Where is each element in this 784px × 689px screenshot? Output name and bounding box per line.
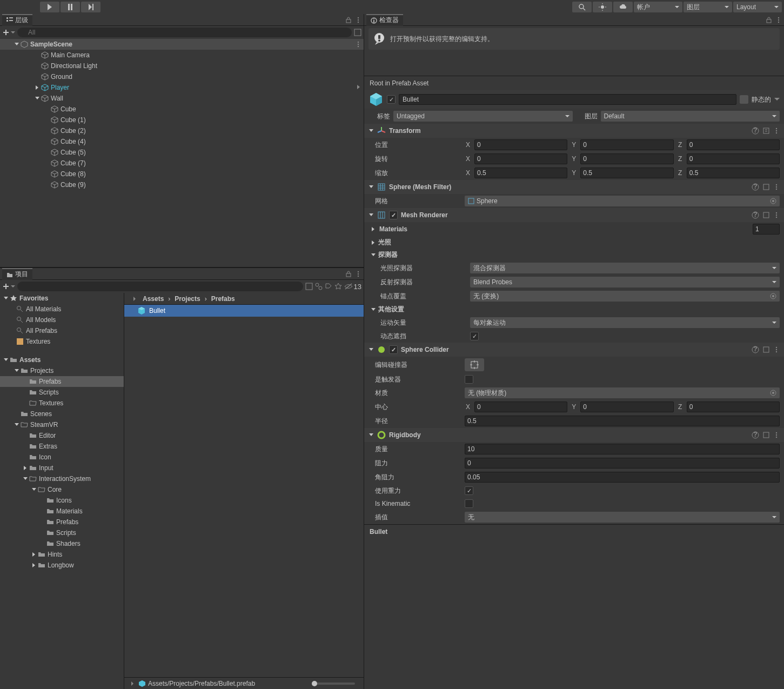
- hierarchy-item[interactable]: Directional Light: [0, 61, 364, 71]
- star-icon[interactable]: [334, 283, 342, 290]
- help-icon[interactable]: ?: [752, 127, 759, 135]
- active-checkbox[interactable]: [387, 95, 396, 104]
- target-icon[interactable]: [770, 390, 776, 396]
- help-icon[interactable]: ?: [752, 183, 759, 191]
- project-tab[interactable]: 项目: [2, 268, 32, 280]
- hierarchy-item[interactable]: Player: [0, 82, 364, 93]
- lock-icon[interactable]: [766, 17, 772, 23]
- project-folder[interactable]: Icons: [0, 495, 124, 506]
- project-folder[interactable]: Scripts: [0, 527, 124, 538]
- transform-component-header[interactable]: Transform ?: [364, 124, 784, 138]
- target-icon[interactable]: [770, 293, 776, 299]
- project-folder[interactable]: Prefabs: [0, 517, 124, 527]
- anchor-field[interactable]: 无 (变换): [470, 291, 780, 302]
- search-button[interactable]: [572, 2, 592, 12]
- static-checkbox[interactable]: [740, 95, 748, 104]
- project-folder[interactable]: Core: [0, 484, 124, 495]
- hierarchy-item[interactable]: Cube (5): [0, 147, 364, 158]
- cloud-button[interactable]: [613, 2, 633, 12]
- menu-icon[interactable]: [773, 346, 780, 353]
- hidden-count[interactable]: 13: [344, 283, 361, 291]
- refl-probe-dropdown[interactable]: Blend Probes: [470, 277, 780, 287]
- filter-icon[interactable]: [354, 29, 361, 36]
- hierarchy-item[interactable]: Wall: [0, 93, 364, 104]
- hierarchy-item[interactable]: Cube: [0, 104, 364, 115]
- hierarchy-item[interactable]: Cube (9): [0, 179, 364, 190]
- kinematic-checkbox[interactable]: [465, 499, 473, 508]
- materials-count-input[interactable]: [753, 224, 780, 235]
- add-button[interactable]: [2, 283, 15, 290]
- type-filter-icon[interactable]: [315, 283, 323, 290]
- chevron-down-icon[interactable]: [774, 97, 780, 102]
- project-folder[interactable]: Prefabs: [0, 376, 124, 387]
- file-item[interactable]: Bullet: [124, 305, 364, 317]
- collider-mat-field[interactable]: 无 (物理材质): [465, 387, 780, 398]
- help-icon[interactable]: ?: [752, 211, 759, 219]
- scale-x-input[interactable]: [474, 168, 567, 178]
- scale-z-input[interactable]: [687, 168, 780, 178]
- step-button[interactable]: [81, 2, 100, 12]
- project-folder[interactable]: Hints: [0, 549, 124, 560]
- project-folder[interactable]: Editor: [0, 430, 124, 441]
- project-folder[interactable]: Extras: [0, 441, 124, 452]
- lighting-button[interactable]: [593, 2, 612, 12]
- add-button[interactable]: [2, 29, 15, 36]
- scene-row[interactable]: SampleScene: [0, 39, 364, 50]
- help-icon[interactable]: ?: [752, 346, 759, 353]
- dyn-occ-checkbox[interactable]: [470, 332, 479, 340]
- favorite-item[interactable]: All Materials: [0, 304, 124, 315]
- light-probe-dropdown[interactable]: 混合探测器: [470, 263, 780, 273]
- menu-icon[interactable]: [355, 17, 361, 23]
- breadcrumb-item[interactable]: Projects: [175, 295, 200, 303]
- project-folder[interactable]: Input: [0, 463, 124, 473]
- preset-icon[interactable]: [762, 431, 770, 439]
- rigidbody-component-header[interactable]: Rigidbody ?: [364, 428, 784, 442]
- project-folder[interactable]: Materials: [0, 506, 124, 517]
- project-search-input[interactable]: [17, 282, 303, 291]
- collider-component-header[interactable]: Sphere Collider ?: [364, 343, 784, 357]
- chevron-right-icon[interactable]: [356, 84, 361, 90]
- menu-icon[interactable]: [773, 432, 780, 438]
- inspector-tab[interactable]: 检查器: [366, 14, 403, 26]
- preset-icon[interactable]: [762, 183, 770, 191]
- preset-icon[interactable]: [762, 346, 770, 353]
- menu-icon[interactable]: [355, 41, 361, 48]
- pos-z-input[interactable]: [687, 139, 780, 150]
- rot-z-input[interactable]: [687, 153, 780, 164]
- edit-collider-button[interactable]: [465, 358, 484, 371]
- pos-x-input[interactable]: [474, 139, 567, 150]
- breadcrumb-item[interactable]: Prefabs: [211, 295, 235, 303]
- layer-dropdown[interactable]: Default: [601, 111, 780, 122]
- project-folder[interactable]: Textures: [0, 398, 124, 409]
- meshrenderer-component-header[interactable]: Mesh Renderer ?: [364, 208, 784, 222]
- probes-foldout[interactable]: 探测器: [364, 249, 784, 261]
- favorite-item[interactable]: All Models: [0, 315, 124, 325]
- pause-button[interactable]: [61, 2, 80, 12]
- hierarchy-item[interactable]: Cube (7): [0, 158, 364, 169]
- hierarchy-item[interactable]: Cube (2): [0, 125, 364, 136]
- breadcrumb-item[interactable]: Assets: [143, 295, 164, 303]
- project-folder[interactable]: Shaders: [0, 538, 124, 549]
- hierarchy-search-input[interactable]: [17, 28, 352, 37]
- other-foldout[interactable]: 其他设置: [364, 303, 784, 316]
- menu-icon[interactable]: [775, 17, 782, 23]
- menu-icon[interactable]: [773, 212, 780, 218]
- zoom-slider[interactable]: [312, 683, 355, 685]
- center-x-input[interactable]: [474, 402, 567, 412]
- preset-icon[interactable]: [762, 211, 770, 219]
- hierarchy-item[interactable]: Ground: [0, 71, 364, 82]
- pos-y-input[interactable]: [580, 139, 673, 150]
- favorite-item[interactable]: Textures: [0, 336, 124, 347]
- rot-y-input[interactable]: [580, 153, 673, 164]
- label-filter-icon[interactable]: [325, 283, 332, 290]
- project-folder[interactable]: Scenes: [0, 409, 124, 419]
- ang-drag-input[interactable]: [465, 472, 780, 483]
- meshfilter-component-header[interactable]: Sphere (Mesh Filter) ?: [364, 180, 784, 194]
- lock-icon[interactable]: [345, 17, 352, 23]
- drag-input[interactable]: [465, 458, 780, 469]
- renderer-enable-checkbox[interactable]: [389, 211, 398, 219]
- project-folder[interactable]: SteamVR: [0, 419, 124, 430]
- hierarchy-item[interactable]: Cube (1): [0, 115, 364, 125]
- mesh-field[interactable]: Sphere: [465, 196, 780, 206]
- object-name-input[interactable]: [399, 94, 736, 105]
